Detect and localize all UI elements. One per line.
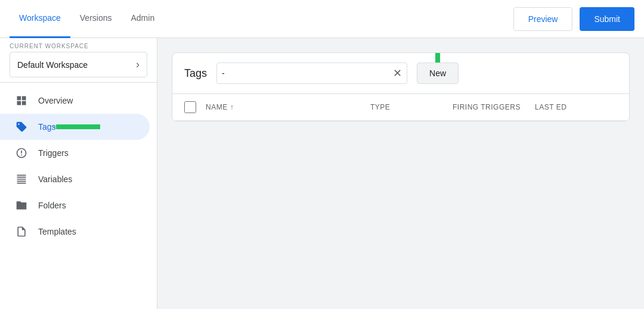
content-area: Tags ✕ New — [157, 38, 644, 309]
folder-icon — [14, 198, 29, 213]
sidebar-item-label-folders: Folders — [38, 201, 66, 210]
template-icon — [14, 224, 29, 239]
sidebar-item-variables[interactable]: Variables — [0, 166, 150, 192]
column-firing-triggers: Firing Triggers — [453, 103, 535, 111]
sidebar-nav-items: Overview Tags — [0, 83, 157, 309]
tab-admin[interactable]: Admin — [121, 0, 164, 38]
nav-tabs: Workspace Versions Admin — [10, 0, 513, 38]
workspace-section-label: CURRENT WORKSPACE — [10, 43, 147, 49]
preview-button[interactable]: Preview — [513, 7, 573, 31]
trigger-icon — [14, 146, 29, 160]
green-arrow-up — [427, 52, 448, 64]
sidebar-item-label-overview: Overview — [38, 96, 73, 105]
top-nav: Workspace Versions Admin Preview Submit — [0, 0, 644, 38]
sort-icon[interactable]: ↑ — [230, 103, 234, 111]
tag-icon — [14, 120, 29, 134]
sidebar-item-label-tags: Tags — [38, 122, 56, 132]
tags-header: Tags ✕ New — [172, 53, 629, 94]
sidebar-item-label-variables: Variables — [38, 174, 72, 184]
column-type: Type — [370, 103, 453, 111]
sidebar-item-label-templates: Templates — [38, 227, 76, 236]
overview-icon — [14, 93, 29, 108]
nav-actions: Preview Submit — [513, 7, 634, 31]
sidebar-item-tags[interactable]: Tags — [0, 114, 150, 140]
column-last-edited: Last Ed — [535, 103, 617, 111]
workspace-name-button[interactable]: Default Workspace › — [10, 52, 147, 77]
tags-panel-title: Tags — [184, 67, 207, 80]
variables-icon — [14, 172, 29, 186]
select-all-checkbox[interactable] — [184, 101, 196, 113]
column-name: Name ↑ — [206, 103, 370, 111]
new-tag-button[interactable]: New — [417, 63, 459, 84]
workspace-chevron-icon: › — [136, 58, 140, 71]
column-name-label: Name — [206, 103, 228, 111]
sidebar: CURRENT WORKSPACE Default Workspace › Ov… — [0, 38, 157, 309]
sidebar-item-templates[interactable]: Templates — [0, 219, 150, 245]
workspace-name-text: Default Workspace — [17, 60, 88, 70]
sidebar-item-folders[interactable]: Folders — [0, 192, 150, 219]
sidebar-item-triggers[interactable]: Triggers — [0, 140, 150, 166]
workspace-selector: CURRENT WORKSPACE Default Workspace › — [0, 38, 157, 83]
search-input[interactable] — [222, 68, 393, 78]
tab-versions[interactable]: Versions — [70, 0, 122, 38]
clear-search-button[interactable]: ✕ — [393, 67, 402, 80]
green-arrow-left — [54, 116, 101, 138]
main-layout: CURRENT WORKSPACE Default Workspace › Ov… — [0, 38, 644, 309]
tags-panel: Tags ✕ New — [172, 52, 630, 121]
table-header: Name ↑ Type Firing Triggers Last Ed — [172, 94, 629, 121]
submit-button[interactable]: Submit — [580, 7, 634, 31]
tab-workspace[interactable]: Workspace — [10, 0, 70, 38]
sidebar-item-overview[interactable]: Overview — [0, 88, 150, 114]
new-button-wrapper: New — [417, 63, 459, 84]
search-box[interactable]: ✕ — [216, 63, 407, 84]
sidebar-item-label-triggers: Triggers — [38, 148, 69, 158]
